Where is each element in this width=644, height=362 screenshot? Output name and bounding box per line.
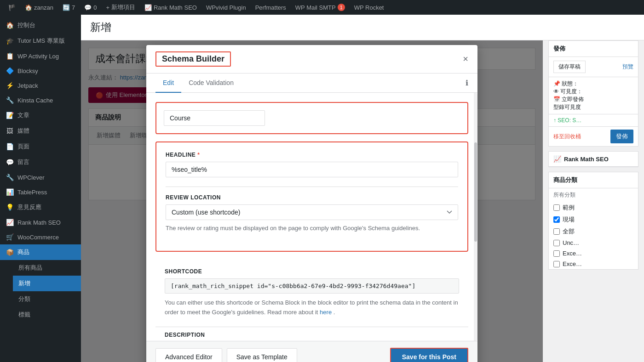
shortcode-help-link[interactable]: here (320, 309, 332, 316)
info-icon[interactable]: ℹ (466, 79, 468, 87)
schema-type-input[interactable] (164, 110, 265, 126)
wp-logo[interactable]: 🏴 (4, 0, 20, 15)
mail-badge: 1 (338, 4, 345, 11)
updates-icon: 🔄 (63, 4, 70, 11)
cat-item-2: 現場 (549, 214, 638, 226)
cat-checkbox-1[interactable] (553, 204, 560, 211)
right-sidebar: 發佈 儲存草稿 預覽 📌 狀態： 👁 可見度： (543, 40, 644, 362)
sidebar-item-pages[interactable]: 📄 頁面 (0, 139, 81, 154)
comments-icon: 💬 (84, 4, 92, 11)
sidebar-item-feedback[interactable]: 💡 意見反應 (0, 199, 81, 215)
sidebar-item-posts[interactable]: 📝 文章 (0, 107, 81, 123)
shortcode-input[interactable] (165, 278, 459, 294)
seo-icon-sidebar: 📈 (553, 155, 561, 163)
move-to-bin-link[interactable]: 移至回收桶 (553, 133, 581, 141)
admin-bar-comments[interactable]: 💬 0 (80, 0, 101, 15)
sidebar-subitem-categories[interactable]: 分類 (13, 291, 81, 307)
visibility-icon: 👁 (553, 88, 560, 95)
cat-item-3: 全部 (549, 226, 638, 238)
sidebar-label-dashboard: 控制台 (17, 21, 35, 29)
sidebar-label-products: 商品 (17, 248, 29, 256)
save-post-button[interactable]: Save for this Post (390, 348, 468, 362)
cat-item-6: Exce… (549, 259, 638, 269)
sidebar-item-dashboard[interactable]: 🏠 控制台 (0, 17, 81, 33)
blocksy-icon: 🔷 (6, 67, 14, 74)
seo-section: 📈 Rank Math SEO (548, 151, 638, 167)
modal-scrollbar-thumb (474, 142, 477, 242)
cat-checkbox-5[interactable] (553, 250, 560, 257)
shortcode-help: You can either use this shortcode or Sch… (165, 298, 459, 317)
cat-item-1: 範例 (549, 202, 638, 214)
headline-label: HEADLINE * (166, 152, 458, 158)
admin-bar-updates[interactable]: 🔄 7 (58, 0, 80, 15)
shortcode-label: SHORTCODE (165, 268, 459, 275)
page-title: 新增 (90, 20, 111, 34)
sidebar-label-tablepress: TablePress (17, 189, 47, 196)
form-divider-1 (166, 187, 458, 187)
headline-input[interactable] (166, 162, 458, 177)
admin-bar-new[interactable]: + 新增項目 (101, 0, 140, 15)
save-template-button[interactable]: Save as Template (227, 348, 297, 362)
sidebar-label-woocommerce: WooCommerce (17, 234, 59, 241)
sidebar-item-tutorlms[interactable]: 🎓 Tutor LMS 專業版 (0, 33, 81, 49)
admin-bar-rankmath[interactable]: 📈 Rank Math SEO (140, 0, 201, 15)
cat-checkbox-3[interactable] (553, 228, 560, 235)
schema-type-selector (155, 102, 468, 134)
sidebar-item-rankmath[interactable]: 📈 Rank Math SEO (0, 215, 81, 230)
seo-title: 📈 Rank Math SEO (549, 152, 638, 167)
save-draft-button[interactable]: 儲存草稿 (553, 61, 586, 73)
modal-scrollbar[interactable] (474, 93, 477, 341)
preview-link[interactable]: 預覽 (622, 63, 633, 71)
sidebar-item-products[interactable]: 📦 商品 (0, 244, 81, 260)
sidebar-label-rankmath: Rank Math SEO (17, 219, 61, 226)
admin-bar-wpmail[interactable]: WP Mail SMTP 1 (291, 0, 350, 15)
site-icon: 🏠 (25, 4, 32, 11)
tab-code-validation[interactable]: Code Validation (181, 74, 241, 93)
posts-icon: 📝 (6, 112, 14, 119)
advanced-editor-button[interactable]: Advanced Editor (155, 348, 222, 362)
review-location-help: The review or rating must be displayed o… (166, 224, 458, 233)
cat-checkbox-4[interactable] (553, 240, 560, 246)
tab-edit[interactable]: Edit (155, 74, 181, 93)
jetpack-icon: ⚡ (6, 82, 14, 89)
sidebar-label-media: 媒體 (17, 127, 29, 135)
form-section-main: HEADLINE * REVIEW LOCATION (155, 141, 468, 252)
admin-bar-wpvivid[interactable]: WPvivid Plugin (201, 0, 251, 15)
sidebar-item-jetpack[interactable]: ⚡ Jetpack (0, 78, 81, 93)
modal-close-button[interactable]: × (463, 54, 468, 63)
headline-required: * (197, 152, 200, 158)
sidebar-subitem-all-products[interactable]: 所有商品 (13, 260, 81, 276)
plus-icon: + (106, 4, 109, 11)
cat-checkbox-2[interactable] (553, 216, 560, 223)
tablepress-icon: 📊 (6, 188, 14, 196)
admin-bar-wprocket[interactable]: WP Rocket (350, 0, 389, 15)
sidebar-item-blocksy[interactable]: 🔷 Blocksy (0, 63, 81, 78)
sidebar-label-tutorlms: Tutor LMS 專業版 (17, 37, 65, 45)
admin-bar-site[interactable]: 🏠 zanzan (20, 0, 58, 15)
seo-row: ↑ SEO: S… (549, 114, 638, 126)
sidebar-label-jetpack: Jetpack (17, 82, 38, 89)
dashboard-icon: 🏠 (6, 22, 14, 29)
woocommerce-icon: 🛒 (6, 233, 14, 241)
publish-button[interactable]: 發佈 (610, 130, 633, 143)
wp-icon: 🏴 (8, 4, 16, 11)
sidebar-item-wpclever[interactable]: 🔧 WPClever (0, 170, 81, 185)
sidebar-item-media[interactable]: 🖼 媒體 (0, 123, 81, 139)
sidebar-label-wpclever: WPClever (17, 174, 45, 181)
admin-bar-perfmatters[interactable]: Perfmatters (251, 0, 291, 15)
review-location-select[interactable]: Custom (use shortcode) None WooCommerce … (166, 204, 458, 220)
publish-title: 發佈 (549, 41, 638, 57)
sidebar-subitem-tags[interactable]: 標籤 (13, 307, 81, 322)
description-section: DESCRIPTION (155, 327, 468, 341)
sidebar-item-comments[interactable]: 💬 留言 (0, 154, 81, 170)
shortcode-section: SHORTCODE You can either use this shortc… (155, 259, 468, 327)
sidebar-item-activitylog[interactable]: 📋 WP Activity Log (0, 49, 81, 63)
sidebar-item-tablepress[interactable]: 📊 TablePress (0, 185, 81, 199)
sidebar-subitem-new-product[interactable]: 新增 (13, 276, 81, 291)
sidebar-item-kinsta[interactable]: 🔧 Kinsta Cache (0, 93, 81, 107)
footer-left-buttons: Advanced Editor Save as Template (155, 348, 297, 362)
cat-checkbox-6[interactable] (553, 261, 560, 267)
kinsta-icon: 🔧 (6, 96, 14, 104)
sidebar-item-woocommerce[interactable]: 🛒 WooCommerce (0, 230, 81, 244)
cat-item-5: Exce… (549, 248, 638, 259)
